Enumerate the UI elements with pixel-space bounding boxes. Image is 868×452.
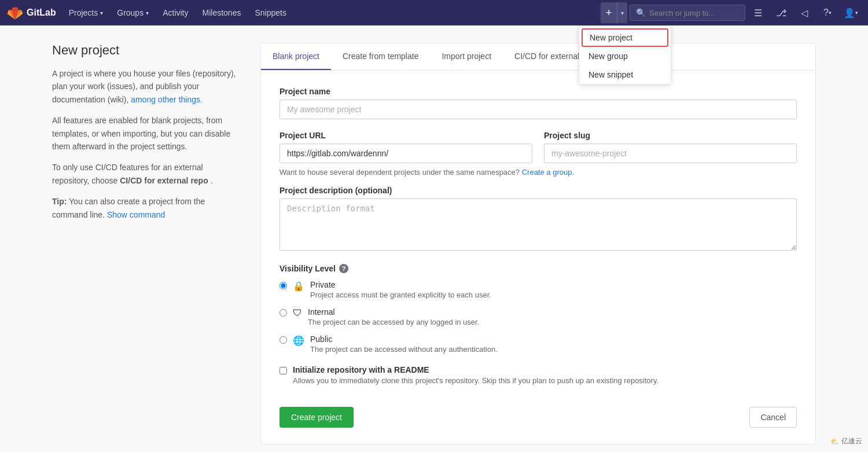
search-bar[interactable]: 🔍 <box>630 5 745 21</box>
sidebar-tip: Tip: You can also create a project from … <box>52 195 237 221</box>
project-name-input[interactable] <box>279 100 797 119</box>
description-label: Project description (optional) <box>279 186 797 195</box>
plus-dropdown-icon[interactable]: ▾ <box>617 2 627 23</box>
form-actions: Create project Cancel <box>279 401 797 428</box>
issues-icon[interactable]: ◁ <box>794 2 815 23</box>
create-group-link[interactable]: Create a group. <box>522 168 574 177</box>
public-label: Public <box>310 335 797 344</box>
watermark: ⛅ 亿速云 <box>830 436 862 446</box>
visibility-internal-radio[interactable] <box>279 309 287 317</box>
visibility-public-radio[interactable] <box>279 336 287 344</box>
brand-name: GitLab <box>27 8 56 18</box>
url-slug-row: Project URL Project slug <box>279 131 797 163</box>
page-title: New project <box>52 43 237 58</box>
sidebar-para2: All features are enabled for blank proje… <box>52 114 237 153</box>
visibility-internal: 🛡 Internal The project can be accessed b… <box>279 307 797 326</box>
new-item-dropdown: New project New group New snippet <box>579 25 671 84</box>
nav-milestones[interactable]: Milestones <box>197 5 247 21</box>
navbar: GitLab Projects ▾ Groups ▾ Activity Mile… <box>0 0 868 25</box>
init-readme-label: Initialize repository with a README <box>293 365 429 374</box>
private-desc: Project access must be granted explicitl… <box>310 291 797 299</box>
project-url-input[interactable] <box>279 144 532 163</box>
plus-icon[interactable]: + <box>601 2 617 23</box>
tab-create-from-template[interactable]: Create from template <box>331 43 431 70</box>
main-container: New project A project is where you house… <box>29 25 839 452</box>
projects-caret-icon: ▾ <box>100 10 103 16</box>
visibility-private: 🔒 Private Project access must be granted… <box>279 280 797 299</box>
shield-icon: 🛡 <box>293 308 302 318</box>
form-content: Project name Project URL Project slug Wa… <box>261 71 815 444</box>
dropdown-new-snippet[interactable]: New snippet <box>579 65 671 84</box>
visibility-public: 🌐 Public The project can be accessed wit… <box>279 335 797 354</box>
cicd-label: CI/CD for external repo <box>120 176 208 185</box>
user-avatar[interactable]: 👤▾ <box>840 2 861 23</box>
namespace-hint: Want to house several dependent projects… <box>279 168 797 177</box>
sidebar: New project A project is where you house… <box>52 43 237 444</box>
visibility-help-icon[interactable]: ? <box>339 264 348 273</box>
search-icon: 🔍 <box>636 8 646 17</box>
merge-requests-icon[interactable]: ⎇ <box>771 2 792 23</box>
dropdown-new-group[interactable]: New group <box>579 47 671 65</box>
create-project-button[interactable]: Create project <box>279 407 354 428</box>
search-input[interactable] <box>649 9 730 17</box>
help-icon[interactable]: ?▾ <box>817 2 838 23</box>
project-url-label: Project URL <box>279 131 532 140</box>
sidebar-para1-link[interactable]: among other things. <box>131 95 203 104</box>
cancel-button[interactable]: Cancel <box>749 407 797 428</box>
init-option: Initialize repository with a README Allo… <box>279 365 797 385</box>
dropdown-new-project[interactable]: New project <box>582 28 668 47</box>
description-input[interactable] <box>279 199 797 251</box>
init-readme-desc: Allows you to immediately clone this pro… <box>293 376 659 385</box>
sidebar-para3: To only use CI/CD features for an extern… <box>52 161 237 187</box>
init-readme-checkbox[interactable] <box>279 367 287 374</box>
internal-desc: The project can be accessed by any logge… <box>308 318 797 326</box>
project-slug-input[interactable] <box>544 144 797 163</box>
tab-blank-project[interactable]: Blank project <box>261 43 331 70</box>
tabs: Blank project Create from template Impor… <box>261 43 815 71</box>
visibility-label: Visibility Level <box>279 264 336 273</box>
watermark-icon: ⛅ <box>830 438 839 446</box>
description-group: Project description (optional) <box>279 186 797 252</box>
project-url-group: Project URL <box>279 131 532 163</box>
brand-logo[interactable]: GitLab <box>7 5 56 21</box>
show-command-link[interactable]: Show command <box>107 210 165 219</box>
visibility-label-row: Visibility Level ? <box>279 264 797 273</box>
groups-caret-icon: ▾ <box>146 10 149 16</box>
public-desc: The project can be accessed without any … <box>310 345 797 354</box>
nav-activity[interactable]: Activity <box>157 5 194 21</box>
visibility-section: Visibility Level ? 🔒 Private Project acc… <box>279 264 797 354</box>
init-section: Initialize repository with a README Allo… <box>279 365 797 385</box>
visibility-private-radio[interactable] <box>279 282 287 289</box>
sidebar-para1: A project is where you house your files … <box>52 67 237 106</box>
todo-icon[interactable]: ☰ <box>748 2 768 23</box>
navbar-right: + ▾ 🔍 ☰ ⎇ ◁ ?▾ 👤▾ <box>601 2 861 23</box>
globe-icon: 🌐 <box>293 335 304 346</box>
private-label: Private <box>310 280 797 289</box>
form-area: Blank project Create from template Impor… <box>260 43 816 444</box>
internal-label: Internal <box>308 307 797 317</box>
nav-projects[interactable]: Projects ▾ <box>63 5 109 21</box>
project-name-group: Project name <box>279 87 797 119</box>
plus-button[interactable]: + ▾ <box>601 2 627 23</box>
tip-label: Tip: <box>52 197 67 206</box>
project-slug-group: Project slug <box>544 131 797 163</box>
lock-icon: 🔒 <box>293 281 304 292</box>
project-slug-label: Project slug <box>544 131 797 140</box>
tab-import-project[interactable]: Import project <box>430 43 503 70</box>
nav-groups[interactable]: Groups ▾ <box>111 5 155 21</box>
nav-snippets[interactable]: Snippets <box>249 5 292 21</box>
project-name-label: Project name <box>279 87 797 96</box>
watermark-text: 亿速云 <box>841 436 862 446</box>
